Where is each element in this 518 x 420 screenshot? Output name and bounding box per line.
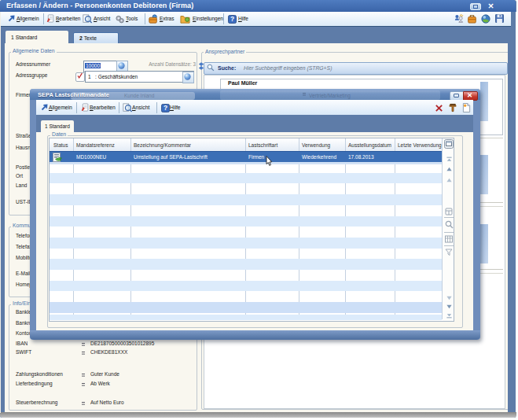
svg-text:?: ? — [230, 15, 234, 23]
svg-text:?: ? — [163, 104, 167, 112]
